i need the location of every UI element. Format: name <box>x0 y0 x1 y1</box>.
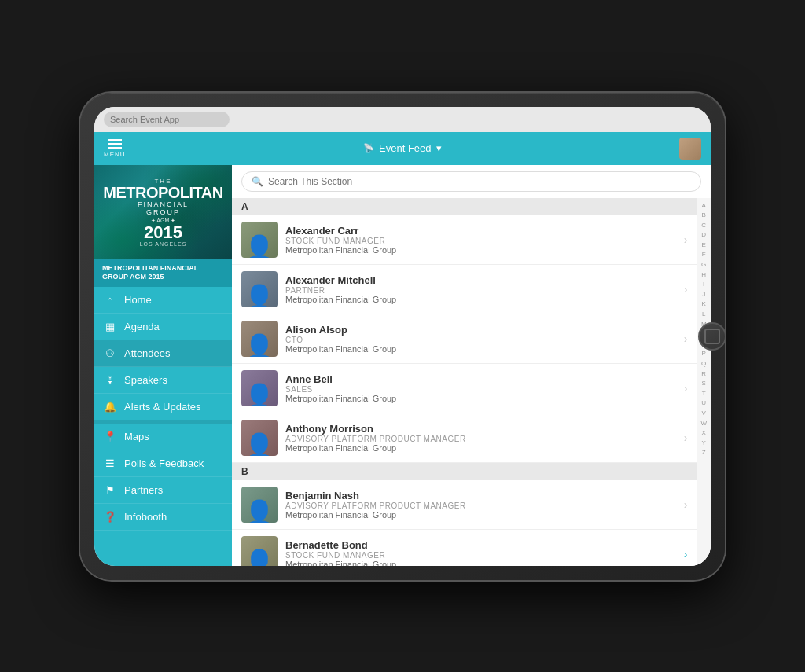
alpha-letter-U[interactable]: U <box>700 398 708 408</box>
alpha-letter-L[interactable]: L <box>700 310 707 319</box>
chevron-right-icon: › <box>684 431 688 444</box>
avatar[interactable] <box>679 138 701 160</box>
attendee-name: Alexander Mitchell <box>285 274 676 286</box>
section-header-A: A <box>232 198 697 215</box>
attendee-role: ADVISORY PLATFORM PRODUCT MANAGER <box>285 435 676 443</box>
avatar-face <box>241 420 278 456</box>
chevron-right-icon: › <box>684 548 688 560</box>
attendee-org: Metropolitan Financial Group <box>285 560 676 566</box>
alpha-letter-E[interactable]: E <box>700 241 708 250</box>
sidebar-item-infobooth[interactable]: ❓Infobooth <box>94 504 232 531</box>
avatar-face <box>241 321 278 357</box>
partners-nav-icon: ⚑ <box>104 484 116 496</box>
agenda-nav-icon: ▦ <box>104 321 116 332</box>
alpha-letter-G[interactable]: G <box>700 260 708 270</box>
table-row[interactable]: Bernadette BondSTOCK FUND MANAGERMetropo… <box>232 530 697 566</box>
attendee-avatar <box>241 487 278 523</box>
banner-city: LOS ANGELES <box>103 241 223 247</box>
chevron-right-icon: › <box>684 332 688 345</box>
table-row[interactable]: Benjamin NashADVISORY PLATFORM PRODUCT M… <box>232 480 697 530</box>
attendee-avatar <box>241 271 278 307</box>
alpha-letter-R[interactable]: R <box>700 369 708 379</box>
alpha-letter-J[interactable]: J <box>700 290 707 299</box>
search-input[interactable] <box>268 176 691 187</box>
table-row[interactable]: Anthony MorrisonADVISORY PLATFORM PRODUC… <box>232 413 697 463</box>
alpha-letter-Q[interactable]: Q <box>700 359 708 369</box>
device-search-input[interactable] <box>104 112 230 127</box>
alpha-letter-D[interactable]: D <box>700 230 708 240</box>
polls-nav-label: Polls & Feedback <box>124 457 204 469</box>
sidebar-item-speakers[interactable]: 🎙Speakers <box>94 367 232 394</box>
sidebar-event-title: METROPOLITAN FINANCIAL GROUP AGM 2015 <box>94 259 232 287</box>
sidebar-item-alerts[interactable]: 🔔Alerts & Updates <box>94 394 232 420</box>
alpha-letter-F[interactable]: F <box>700 250 708 259</box>
alpha-index: ABCDEFGHIJKLMNOPQRSTUVWXYZ <box>697 198 711 566</box>
agenda-nav-label: Agenda <box>124 321 160 332</box>
alpha-letter-I[interactable]: I <box>701 280 706 289</box>
sidebar: THE METROPOLITAN FINANCIAL GROUP ✦ AGM ✦… <box>94 165 232 566</box>
menu-label: MENU <box>104 151 126 158</box>
alpha-letter-P[interactable]: P <box>700 349 708 358</box>
maps-nav-icon: 📍 <box>104 431 116 442</box>
alerts-nav-label: Alerts & Updates <box>124 401 201 413</box>
avatar-face <box>241 536 278 566</box>
tablet-device: MENU 📡 Event Feed ▾ THE METR <box>80 93 725 580</box>
alpha-letter-K[interactable]: K <box>700 299 708 309</box>
attendee-org: Metropolitan Financial Group <box>285 510 676 520</box>
attendee-info: Bernadette BondSTOCK FUND MANAGERMetropo… <box>285 539 676 566</box>
rss-icon: 📡 <box>363 143 374 153</box>
speakers-nav-icon: 🎙 <box>104 374 116 386</box>
attendee-name: Bernadette Bond <box>285 539 676 551</box>
attendee-info: Alexander CarrSTOCK FUND MANAGERMetropol… <box>285 225 676 255</box>
attendee-role: STOCK FUND MANAGER <box>285 237 676 245</box>
alpha-letter-V[interactable]: V <box>700 409 708 418</box>
menu-button[interactable]: MENU <box>104 139 126 158</box>
alpha-letter-C[interactable]: C <box>700 221 708 230</box>
alpha-letter-B[interactable]: B <box>700 211 708 220</box>
alpha-letter-A[interactable]: A <box>700 201 708 211</box>
sidebar-item-partners[interactable]: ⚑Partners <box>94 477 232 504</box>
section-header-B: B <box>232 463 697 480</box>
alpha-letter-X[interactable]: X <box>700 428 708 438</box>
alpha-letter-Y[interactable]: Y <box>700 439 708 448</box>
sidebar-item-maps[interactable]: 📍Maps <box>94 424 232 450</box>
attendee-role: CTO <box>285 336 676 344</box>
infobooth-nav-label: Infobooth <box>124 511 167 523</box>
alpha-letter-T[interactable]: T <box>700 389 708 398</box>
table-row[interactable]: Alison AlsopCTOMetropolitan Financial Gr… <box>232 314 697 364</box>
banner-financial: FINANCIAL <box>103 200 223 208</box>
alpha-letter-S[interactable]: S <box>700 379 708 388</box>
partners-nav-label: Partners <box>124 484 163 496</box>
attendee-role: ADVISORY PLATFORM PRODUCT MANAGER <box>285 501 676 510</box>
avatar-face <box>241 487 278 523</box>
search-input-wrap: 🔍 <box>241 171 701 192</box>
sidebar-item-attendees[interactable]: ⚇Attendees <box>94 340 232 367</box>
banner-year: 2015 <box>103 224 223 241</box>
event-feed-button[interactable]: 📡 Event Feed ▾ <box>363 142 442 154</box>
dropdown-icon: ▾ <box>436 142 442 154</box>
attendee-name: Benjamin Nash <box>285 490 676 501</box>
alpha-letter-Z[interactable]: Z <box>700 448 708 457</box>
hamburger-icon <box>108 139 122 149</box>
attendee-role: SALES <box>285 385 676 394</box>
home-nav-label: Home <box>124 294 152 306</box>
sidebar-item-polls[interactable]: ☰Polls & Feedback <box>94 450 232 477</box>
maps-nav-label: Maps <box>124 431 149 442</box>
chevron-right-icon: › <box>684 233 688 246</box>
home-button[interactable] <box>698 322 726 351</box>
alpha-letter-H[interactable]: H <box>700 270 708 280</box>
app-body: THE METROPOLITAN FINANCIAL GROUP ✦ AGM ✦… <box>94 165 711 566</box>
infobooth-nav-icon: ❓ <box>104 511 116 523</box>
attendee-role: STOCK FUND MANAGER <box>285 551 676 560</box>
alpha-letter-W[interactable]: W <box>699 419 708 428</box>
attendee-name: Alison Alsop <box>285 324 676 336</box>
search-icon: 🔍 <box>252 176 263 187</box>
table-row[interactable]: Alexander CarrSTOCK FUND MANAGERMetropol… <box>232 215 697 265</box>
banner-the: THE <box>103 178 223 185</box>
attendee-avatar <box>241 420 278 456</box>
attendee-avatar <box>241 222 278 258</box>
sidebar-item-agenda[interactable]: ▦Agenda <box>94 314 232 340</box>
table-row[interactable]: Anne BellSALESMetropolitan Financial Gro… <box>232 364 697 413</box>
sidebar-item-home[interactable]: ⌂Home <box>94 287 232 314</box>
table-row[interactable]: Alexander MitchellPARTNERMetropolitan Fi… <box>232 265 697 314</box>
